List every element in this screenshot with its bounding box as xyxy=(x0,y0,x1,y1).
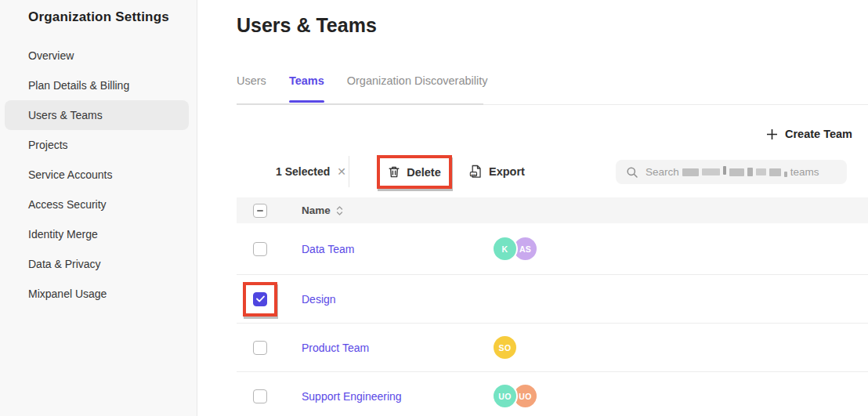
member-avatars: KAS xyxy=(494,237,537,260)
table-row-product-team: Product TeamSO xyxy=(237,324,868,372)
toolbar-divider xyxy=(349,156,349,187)
annotation-checkbox-highlight xyxy=(243,282,277,317)
row-checkbox-slot xyxy=(253,292,267,306)
table-body: Data TeamKASDesignProduct TeamSOSupport … xyxy=(237,223,868,416)
sidebar: Organization Settings OverviewPlan Detai… xyxy=(0,0,197,416)
sidebar-item-access-security[interactable]: Access Security xyxy=(5,190,189,219)
tab-users[interactable]: Users xyxy=(237,74,266,87)
export-button[interactable]: csv Export xyxy=(469,161,525,182)
redacted-text-block xyxy=(769,168,781,176)
create-team-label: Create Team xyxy=(785,128,852,140)
indeterminate-dash-icon xyxy=(257,210,263,212)
team-name-link[interactable]: Data Team xyxy=(302,243,494,255)
sidebar-item-service-accounts[interactable]: Service Accounts xyxy=(5,160,189,190)
tab-teams[interactable]: Teams xyxy=(289,74,324,87)
team-name-link[interactable]: Support Engineering xyxy=(302,390,494,403)
redacted-text-block xyxy=(756,168,766,175)
sidebar-nav: OverviewPlan Details & BillingUsers & Te… xyxy=(0,41,197,309)
sidebar-item-users-teams[interactable]: Users & Teams xyxy=(5,100,189,130)
select-all-slot xyxy=(253,204,267,218)
search-placeholder-suffix: teams xyxy=(790,166,819,178)
row-checkbox[interactable] xyxy=(253,341,267,355)
avatar-so: SO xyxy=(494,336,516,359)
row-checkbox[interactable] xyxy=(253,292,267,306)
delete-button[interactable]: Delete xyxy=(380,158,449,186)
search-placeholder-prefix: Search xyxy=(646,166,679,178)
sidebar-item-plan-details-billing[interactable]: Plan Details & Billing xyxy=(5,71,189,100)
delete-label: Delete xyxy=(407,166,441,179)
redacted-text-block xyxy=(784,172,787,177)
row-checkbox[interactable] xyxy=(253,389,267,403)
redacted-text-block xyxy=(682,168,699,176)
avatar-as: AS xyxy=(514,237,537,260)
row-checkbox-slot xyxy=(253,389,267,403)
tab-bar: UsersTeamsOrganization Discoverability xyxy=(237,74,487,87)
table-header: Name xyxy=(237,197,868,223)
select-all-checkbox[interactable] xyxy=(253,204,267,218)
trash-icon xyxy=(388,165,400,179)
selected-count: 1 Selected xyxy=(276,165,330,178)
sidebar-item-data-privacy[interactable]: Data & Privacy xyxy=(5,249,189,279)
search-placeholder: Search teams xyxy=(646,166,819,178)
member-avatars: UOUO xyxy=(494,385,537,407)
table-row-design: Design xyxy=(237,275,868,324)
app-root: Organization Settings OverviewPlan Detai… xyxy=(0,0,868,416)
name-column-header[interactable]: Name xyxy=(302,204,331,216)
redacted-text-block xyxy=(729,168,744,176)
sidebar-item-identity-merge[interactable]: Identity Merge xyxy=(5,219,189,249)
table-row-data-team: Data TeamKAS xyxy=(237,223,868,275)
member-avatars: SO xyxy=(494,336,516,359)
team-name-link[interactable]: Product Team xyxy=(302,342,494,354)
row-checkbox-slot xyxy=(253,341,267,355)
sidebar-item-projects[interactable]: Projects xyxy=(5,130,189,160)
page-title: Users & Teams xyxy=(237,14,377,37)
search-input[interactable]: Search teams xyxy=(616,160,847,184)
csv-file-icon: csv xyxy=(469,165,483,179)
redacted-text-block xyxy=(747,168,753,176)
plus-icon xyxy=(766,128,778,140)
search-icon xyxy=(626,166,638,179)
tab-organization-discoverability[interactable]: Organization Discoverability xyxy=(347,74,488,87)
tabs-divider-dark xyxy=(237,103,483,105)
avatar-uo: UO xyxy=(494,385,516,407)
create-team-button[interactable]: Create Team xyxy=(766,128,852,140)
sort-icon[interactable] xyxy=(336,205,343,216)
row-checkbox-slot xyxy=(253,242,267,256)
redacted-text-block xyxy=(723,166,726,175)
clear-selection-icon[interactable]: ✕ xyxy=(337,165,346,178)
table-row-support-engineering: Support EngineeringUOUO xyxy=(237,372,868,416)
avatar-k: K xyxy=(494,237,516,260)
avatar-uo: UO xyxy=(514,385,537,407)
sidebar-title: Organization Settings xyxy=(28,9,197,25)
annotation-delete-highlight: Delete xyxy=(377,155,452,189)
redacted-text-block xyxy=(702,168,720,175)
export-label: Export xyxy=(489,165,525,178)
svg-text:csv: csv xyxy=(472,172,478,176)
row-checkbox[interactable] xyxy=(253,242,267,256)
sidebar-item-overview[interactable]: Overview xyxy=(5,41,189,71)
sidebar-item-mixpanel-usage[interactable]: Mixpanel Usage xyxy=(5,279,189,309)
team-name-link[interactable]: Design xyxy=(302,293,494,306)
selection-status: 1 Selected ✕ xyxy=(276,165,346,178)
